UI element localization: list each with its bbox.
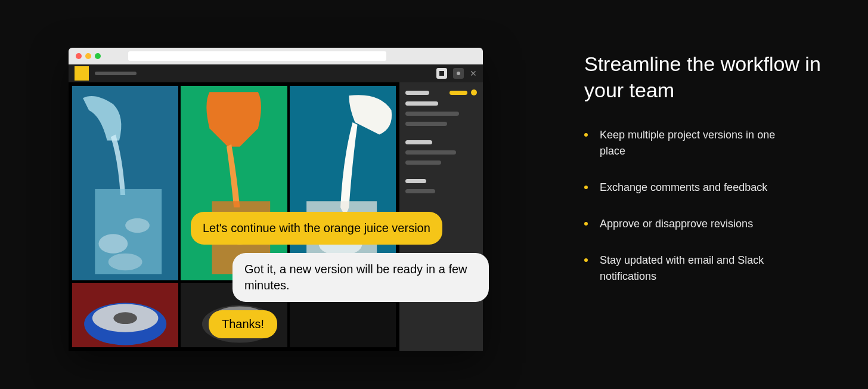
svg-point-14 — [113, 312, 137, 324]
chat-overlay: Let's continue with the orange juice ver… — [191, 212, 489, 347]
sidebar-line — [405, 189, 435, 193]
url-bar — [128, 51, 386, 61]
feature-list: Keep multiple project versions in one pl… — [584, 127, 832, 285]
chat-message-sent: Thanks! — [209, 310, 277, 338]
sidebar-line — [405, 150, 456, 155]
chat-text: Let's continue with the orange juice ver… — [203, 221, 430, 234]
feature-copy: Streamline the workflow in your team Kee… — [483, 0, 868, 305]
bullet-icon — [584, 222, 588, 226]
image-tile-water — [72, 86, 178, 280]
sidebar-label — [405, 91, 429, 95]
chat-message-received: Got it, a new version will be ready in a… — [232, 253, 489, 302]
chat-text: Got it, a new version will be ready in a… — [244, 263, 467, 292]
sidebar-dot-icon — [471, 89, 477, 95]
feature-text: Stay updated with email and Slack notifi… — [600, 252, 802, 285]
app-toolbar: ✕ — [69, 64, 483, 82]
minimize-window-icon — [85, 53, 91, 59]
feature-item: Exchange comments and feedback — [584, 180, 832, 196]
image-tile-can-blue — [72, 283, 178, 348]
svg-point-3 — [125, 218, 150, 233]
sidebar-toggle — [450, 91, 467, 95]
bullet-icon — [584, 258, 588, 262]
sidebar-line — [405, 112, 459, 116]
feature-item: Stay updated with email and Slack notifi… — [584, 252, 832, 285]
sidebar-line — [405, 160, 441, 165]
feature-item: Keep multiple project versions in one pl… — [584, 127, 832, 159]
maximize-window-icon — [95, 53, 101, 59]
chat-message-sent: Let's continue with the orange juice ver… — [191, 212, 442, 245]
feature-text: Exchange comments and feedback — [600, 180, 767, 196]
app-logo — [75, 66, 89, 81]
close-window-icon — [76, 53, 82, 59]
svg-point-4 — [108, 254, 142, 270]
bullet-icon — [584, 186, 588, 189]
feature-item: Approve or disapprove revisions — [584, 216, 832, 232]
sidebar-line — [405, 179, 426, 183]
feature-text: Approve or disapprove revisions — [600, 216, 753, 232]
chat-text: Thanks! — [222, 317, 264, 331]
browser-title-bar — [69, 48, 483, 64]
svg-point-2 — [98, 234, 128, 254]
sidebar-line — [405, 101, 438, 106]
section-heading: Streamline the workflow in your team — [584, 51, 832, 103]
close-icon: ✕ — [470, 69, 477, 78]
view-mode-icon — [436, 68, 447, 79]
sidebar-line — [405, 140, 432, 144]
bullet-icon — [584, 133, 588, 137]
toolbar-placeholder — [95, 72, 137, 75]
sidebar-line — [405, 122, 447, 126]
status-dot-icon — [453, 68, 464, 79]
feature-text: Keep multiple project versions in one pl… — [600, 127, 802, 159]
